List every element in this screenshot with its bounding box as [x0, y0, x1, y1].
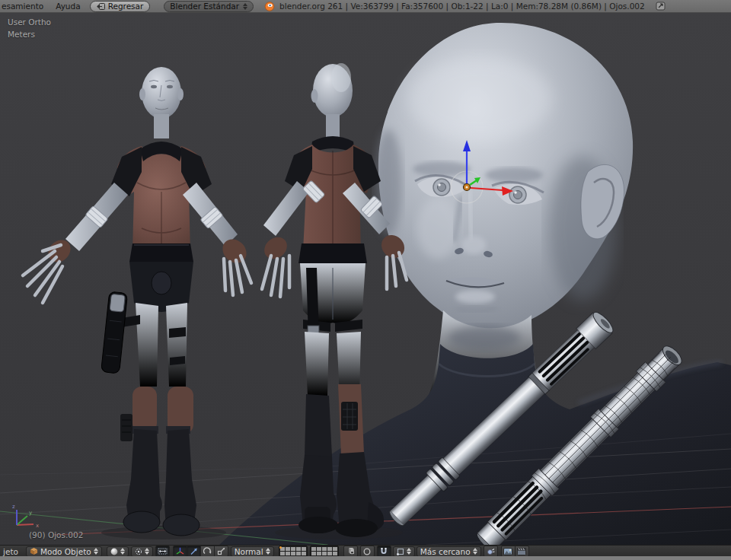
- layer-cell[interactable]: [322, 547, 327, 551]
- scene-stats: blender.org 261 | Ve:363799 | Fa:357600 …: [279, 2, 645, 11]
- info-header: esamiento Ayuda Regresar Blender Estánda…: [0, 0, 731, 13]
- layer-grid-1[interactable]: [279, 546, 308, 557]
- transform-orientation-dropdown[interactable]: Normal: [231, 546, 274, 557]
- rotate-arc-icon: [203, 547, 212, 555]
- blender-window: x y z User Ortho Meters (90) Ojos.002 es…: [0, 0, 731, 560]
- active-object-label: (90) Ojos.002: [29, 530, 83, 539]
- move-centers-icon: [158, 548, 168, 555]
- snap-align-toggle[interactable]: [484, 546, 498, 557]
- dropdown-arrows-icon: [120, 548, 125, 555]
- pivot-center-icon: [135, 548, 142, 555]
- snap-align-icon: [487, 548, 495, 555]
- layer-cell[interactable]: [280, 552, 285, 555]
- layer-cell[interactable]: [322, 552, 327, 555]
- screen-preset-dropdown[interactable]: Blender Estándar: [164, 1, 254, 12]
- menu-object-partial[interactable]: jeto: [2, 547, 20, 556]
- mode-dropdown[interactable]: Modo Objeto: [26, 546, 102, 557]
- proportional-edit-toggle[interactable]: [360, 546, 375, 557]
- layer-cell[interactable]: [311, 552, 316, 555]
- svg-text:y: y: [29, 510, 32, 516]
- back-arrow-icon: [97, 3, 105, 10]
- lock-cube-icon: [346, 547, 355, 555]
- opengl-render-icon: [503, 548, 512, 555]
- layer-cell[interactable]: [302, 547, 306, 551]
- layer-cell[interactable]: [296, 547, 301, 551]
- opengl-render-anim-button[interactable]: [515, 546, 529, 557]
- snap-element-dropdown[interactable]: [393, 546, 415, 557]
- scale-box-icon: [217, 547, 225, 555]
- layer-cell[interactable]: [291, 552, 295, 555]
- layer-cell[interactable]: [296, 552, 301, 555]
- snap-toggle[interactable]: [377, 546, 391, 557]
- manipulator-toggles: [173, 546, 228, 557]
- back-button-label: Regresar: [108, 2, 144, 11]
- dropdown-arrows-icon: [473, 548, 477, 555]
- dropdown-arrows-icon: [243, 3, 247, 10]
- magnet-icon: [380, 547, 388, 555]
- dropdown-arrows-icon: [407, 548, 411, 555]
- layer-cell[interactable]: [333, 547, 337, 551]
- translate-manipulator-toggle[interactable]: [187, 546, 201, 557]
- back-button[interactable]: Regresar: [90, 1, 151, 12]
- layer-cell[interactable]: [327, 552, 332, 555]
- layer-cell[interactable]: [286, 552, 290, 555]
- mode-label: Modo Objeto: [40, 547, 91, 556]
- proportional-circle-icon: [363, 548, 371, 555]
- 3d-viewport[interactable]: x y z User Ortho Meters (90) Ojos.002: [0, 12, 731, 545]
- svg-text:x: x: [36, 523, 39, 529]
- opengl-render-anim-icon: [517, 548, 526, 555]
- layer-cell[interactable]: [280, 547, 285, 551]
- layer-cell[interactable]: [317, 552, 321, 555]
- preset-label: Blender Estándar: [170, 2, 239, 11]
- orientation-label: Normal: [235, 547, 263, 556]
- lock-to-scene-toggle[interactable]: [343, 546, 358, 557]
- layer-cell[interactable]: [286, 547, 290, 551]
- svg-text:z: z: [12, 504, 15, 510]
- manipulator-toggle[interactable]: [173, 546, 187, 557]
- snap-target-label: Más cercano: [420, 547, 471, 556]
- pivot-point-dropdown[interactable]: [131, 546, 153, 557]
- layer-cell[interactable]: [302, 552, 306, 555]
- menu-help[interactable]: Ayuda: [54, 2, 81, 11]
- units-label: Meters: [8, 30, 35, 39]
- layer-cell[interactable]: [333, 552, 337, 555]
- viewport-3d-scene[interactable]: x y z: [0, 12, 731, 545]
- layer-cell[interactable]: [311, 547, 316, 551]
- cube-icon: [30, 547, 38, 555]
- manipulate-centers-toggle[interactable]: [155, 546, 170, 557]
- viewport-shading-dropdown[interactable]: [107, 546, 129, 557]
- layer-grid-2[interactable]: [310, 546, 339, 557]
- rotate-manipulator-toggle[interactable]: [200, 546, 215, 557]
- scale-manipulator-toggle[interactable]: [214, 546, 228, 557]
- view3d-header: jeto Modo Objeto: [0, 545, 731, 557]
- axis-tripod-icon: [176, 547, 184, 555]
- opengl-render-buttons: [501, 546, 529, 557]
- translate-arrow-icon: [190, 547, 198, 555]
- layer-cell[interactable]: [327, 547, 332, 551]
- expand-corner-icon[interactable]: [656, 2, 666, 11]
- menu-render-partial[interactable]: esamiento: [0, 2, 45, 11]
- dropdown-arrows-icon: [266, 548, 270, 555]
- blender-logo-icon: [264, 2, 275, 11]
- view-name-label: User Ortho: [8, 18, 51, 27]
- sphere-icon: [110, 548, 118, 555]
- dropdown-arrows-icon: [94, 548, 98, 555]
- layer-cell[interactable]: [291, 547, 295, 551]
- dropdown-arrows-icon: [145, 548, 149, 555]
- opengl-render-button[interactable]: [501, 546, 516, 557]
- snap-element-icon: [397, 548, 404, 555]
- layer-cell[interactable]: [317, 547, 321, 551]
- window-bottom-strip: [0, 556, 731, 560]
- snap-target-dropdown[interactable]: Más cercano: [417, 546, 481, 557]
